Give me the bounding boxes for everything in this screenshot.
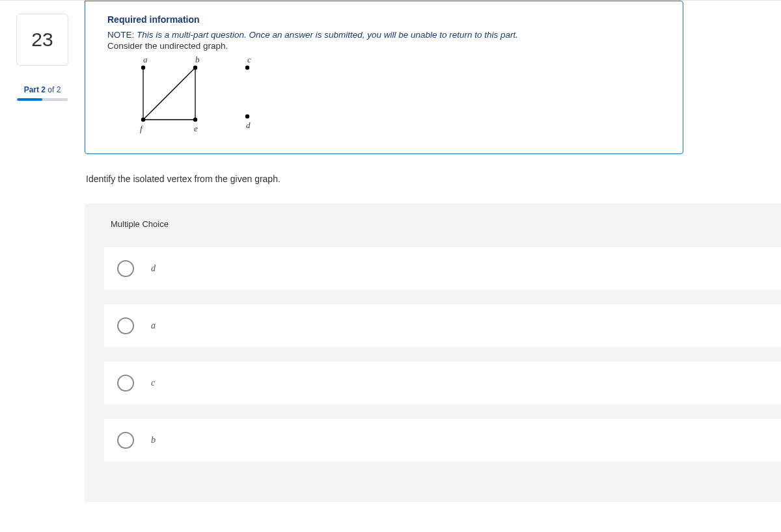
vertex-label-a: a — [143, 55, 148, 64]
vertex-f — [141, 118, 145, 122]
multiple-choice-panel: Multiple Choice d a c b — [85, 204, 781, 502]
vertex-label-b: b — [195, 55, 200, 64]
vertex-a — [141, 66, 145, 70]
vertex-label-e: e — [194, 124, 198, 133]
graph-figure: a b c f e — [107, 55, 661, 139]
choice-label: a — [151, 321, 156, 331]
note-line: NOTE: This is a multi-part question. Onc… — [107, 30, 661, 40]
radio-button[interactable] — [117, 260, 134, 277]
info-title: Required information — [107, 14, 661, 25]
graph-svg: a b c f e — [107, 55, 257, 139]
choice-label: c — [151, 378, 155, 388]
vertex-label-c: c — [247, 55, 251, 64]
edge-f-b — [143, 68, 195, 120]
choice-row[interactable]: a — [104, 304, 781, 347]
progress-fill — [17, 98, 42, 101]
vertex-c — [245, 66, 249, 70]
vertex-e — [193, 118, 197, 122]
part-indicator: Part 2 of 2 — [17, 85, 68, 94]
choice-row[interactable]: d — [104, 247, 781, 290]
vertex-label-d: d — [246, 120, 251, 130]
part-total: of 2 — [46, 85, 61, 94]
progress-bar — [17, 98, 68, 101]
vertex-d — [245, 114, 249, 118]
radio-button[interactable] — [117, 317, 134, 334]
part-current: Part 2 — [24, 85, 46, 94]
page: 23 Part 2 of 2 Required information NOTE… — [0, 0, 781, 532]
choice-row[interactable]: b — [104, 419, 781, 462]
question-number-box: 23 — [16, 14, 68, 66]
choice-row[interactable]: c — [104, 362, 781, 405]
consider-text: Consider the undirected graph. — [107, 41, 661, 51]
radio-button[interactable] — [117, 432, 134, 449]
question-stem: Identify the isolated vertex from the gi… — [85, 154, 781, 204]
mc-heading: Multiple Choice — [85, 219, 781, 247]
note-text: This is a multi-part question. Once an a… — [137, 30, 518, 40]
question-number: 23 — [31, 29, 53, 51]
choice-label: b — [151, 435, 156, 446]
main-column: Required information NOTE: This is a mul… — [85, 1, 781, 532]
vertex-label-f: f — [140, 124, 144, 133]
choice-label: d — [151, 263, 156, 274]
required-info-box: Required information NOTE: This is a mul… — [85, 1, 683, 154]
note-label: NOTE: — [107, 30, 137, 40]
left-column: 23 Part 2 of 2 — [0, 1, 85, 532]
vertex-b — [193, 66, 197, 70]
radio-button[interactable] — [117, 375, 134, 392]
